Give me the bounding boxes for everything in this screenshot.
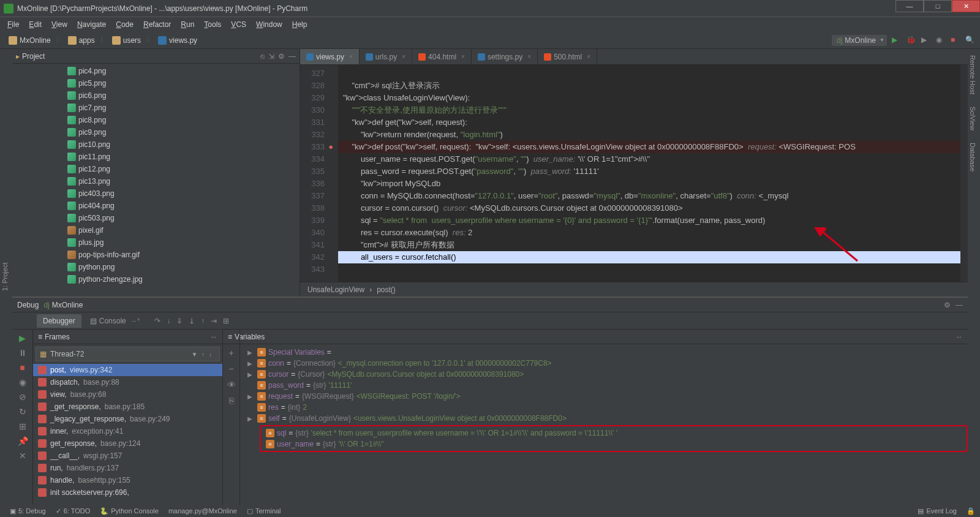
window-minimize[interactable]: — bbox=[895, 0, 924, 12]
close-icon[interactable]: × bbox=[349, 53, 353, 60]
editor-body[interactable]: 3273283293303313323333343353363373383393… bbox=[300, 65, 968, 282]
tool-sciview[interactable]: SciView bbox=[968, 100, 980, 137]
nav-mxonline[interactable]: MxOnline bbox=[5, 36, 55, 45]
frame-list[interactable]: post, views.py:342dispatch, base.py:88vi… bbox=[33, 364, 222, 505]
coverage-icon[interactable]: ▶ bbox=[921, 36, 931, 45]
variable-request[interactable]: ▶≡ request = {WSGIRequest} <WSGIRequest:… bbox=[245, 391, 968, 402]
rerun-icon[interactable]: ↻ bbox=[18, 407, 28, 417]
project-tree[interactable]: pic4.pngpic5.pngpic6.pngpic7.pngpic8.png… bbox=[12, 64, 300, 296]
hide-icon[interactable]: — bbox=[956, 301, 963, 309]
file-pixel.gif[interactable]: pixel.gif bbox=[12, 224, 300, 236]
step-out-icon[interactable]: ↑ bbox=[201, 317, 205, 325]
window-maximize[interactable]: □ bbox=[924, 0, 952, 12]
gear-icon[interactable]: ⚙ bbox=[944, 301, 951, 309]
debug-icon[interactable]: 🐞 bbox=[907, 36, 916, 45]
collapse-icon[interactable]: ⇲ bbox=[268, 52, 274, 61]
tab-500.html[interactable]: 500.html× bbox=[538, 49, 597, 64]
frame-item[interactable]: post, views.py:342 bbox=[33, 364, 222, 376]
close-icon[interactable]: × bbox=[587, 53, 590, 60]
file-pic4.png[interactable]: pic4.png bbox=[12, 65, 300, 77]
tool-project[interactable]: 1: Project bbox=[0, 49, 10, 505]
menu-run[interactable]: Run bbox=[176, 19, 199, 30]
file-pic12.png[interactable]: pic12.png bbox=[12, 163, 300, 175]
frame-item[interactable]: get_response, base.py:124 bbox=[33, 437, 222, 450]
file-pic9.png[interactable]: pic9.png bbox=[12, 126, 300, 138]
hide-icon[interactable]: — bbox=[288, 52, 296, 61]
code-area[interactable]: "cmt"># sql注入登录演示 "kw">class UnsafeLogin… bbox=[338, 65, 960, 282]
step-over-icon[interactable]: ↷ bbox=[154, 317, 160, 325]
file-python.png[interactable]: python.png bbox=[12, 261, 300, 273]
stop-icon[interactable]: ■ bbox=[951, 36, 960, 45]
file-pic6.png[interactable]: pic6.png bbox=[12, 89, 300, 102]
tab-urls.py[interactable]: urls.py× bbox=[360, 49, 412, 64]
status-lock-icon[interactable]: 🔒 bbox=[967, 507, 975, 515]
frame-item[interactable]: handle, basehttp.py:155 bbox=[33, 474, 222, 486]
close-icon[interactable]: × bbox=[527, 53, 531, 60]
frame-item[interactable]: dispatch, base.py:88 bbox=[33, 376, 222, 388]
nav-users[interactable]: users bbox=[108, 36, 145, 45]
minimap[interactable] bbox=[960, 65, 968, 282]
menu-navigate[interactable]: Navigate bbox=[72, 19, 111, 30]
menu-refactor[interactable]: Refactor bbox=[138, 19, 176, 30]
file-python-zhengze.jpg[interactable]: python-zhengze.jpg bbox=[12, 273, 300, 285]
run-to-cursor-icon[interactable]: ⇥ bbox=[211, 317, 217, 325]
add-watch-icon[interactable]: + bbox=[227, 348, 236, 358]
pin-icon[interactable]: 📌 bbox=[18, 436, 28, 446]
watches-icon[interactable]: 👁 bbox=[227, 380, 236, 390]
file-plus.jpg[interactable]: plus.jpg bbox=[12, 236, 300, 249]
close-icon[interactable]: × bbox=[402, 53, 405, 60]
tab-views.py[interactable]: views.py× bbox=[300, 49, 360, 64]
tab-404.html[interactable]: 404.html× bbox=[412, 49, 472, 64]
menu-file[interactable]: File bbox=[2, 19, 24, 30]
frame-item[interactable]: inner, exception.py:41 bbox=[33, 425, 222, 437]
copy-icon[interactable]: ⎘ bbox=[227, 396, 236, 406]
debugger-tab[interactable]: Debugger bbox=[37, 314, 81, 328]
menu-edit[interactable]: Edit bbox=[24, 19, 47, 30]
file-pic13.png[interactable]: pic13.png bbox=[12, 175, 300, 187]
tool-remotehost[interactable]: Remote Host bbox=[968, 49, 980, 100]
search-icon[interactable]: 🔍 bbox=[965, 36, 975, 45]
file-pic503.png[interactable]: pic503.png bbox=[12, 212, 300, 224]
variable-cursor[interactable]: ▶≡ cursor = {Cursor} <MySQLdb.cursors.Cu… bbox=[245, 369, 968, 380]
nav-apps[interactable]: apps bbox=[64, 36, 99, 45]
line-gutter[interactable]: 3273283293303313323333343353363373383393… bbox=[300, 65, 330, 282]
run-config-selector[interactable]: dj MxOnline bbox=[832, 35, 887, 46]
profile-icon[interactable]: ◉ bbox=[936, 36, 946, 45]
variable-user_name[interactable]: ≡ user_name = {str} '\\' OR 1=1#\\'' bbox=[263, 439, 964, 450]
frame-item[interactable]: run, handlers.py:137 bbox=[33, 462, 222, 474]
view-breakpoints-icon[interactable]: ◉ bbox=[18, 377, 28, 387]
force-step-icon[interactable]: ⤓ bbox=[189, 317, 195, 325]
status-debug[interactable]: ▣ 5: Debug bbox=[5, 507, 51, 515]
tab-settings.py[interactable]: settings.py× bbox=[472, 49, 538, 64]
variable-pass_word[interactable]: ≡ pass_word = {str} '11111' bbox=[245, 380, 968, 391]
file-pic8.png[interactable]: pic8.png bbox=[12, 114, 300, 126]
step-into-icon[interactable]: ↓ bbox=[167, 317, 170, 325]
console-tab[interactable]: ▤ Console →* bbox=[84, 314, 146, 328]
breadcrumb-class[interactable]: UnsafeLoginView bbox=[307, 285, 364, 294]
stop-icon[interactable]: ■ bbox=[18, 363, 28, 372]
resume-icon[interactable]: ▶ bbox=[18, 333, 28, 343]
restore-icon[interactable]: ↔ bbox=[956, 333, 963, 341]
status-python-console[interactable]: 🐍 Python Console bbox=[95, 507, 164, 515]
frame-item[interactable]: _legacy_get_response, base.py:249 bbox=[33, 413, 222, 425]
status-event-log[interactable]: ▤ Event Log bbox=[913, 507, 962, 515]
pause-icon[interactable]: ⏸ bbox=[18, 348, 28, 358]
file-pic5.png[interactable]: pic5.png bbox=[12, 77, 300, 89]
run-icon[interactable]: ▶ bbox=[892, 36, 902, 45]
menu-help[interactable]: Help bbox=[287, 19, 312, 30]
dropdown-icon[interactable]: ▼ bbox=[192, 351, 198, 358]
file-pic404.png[interactable]: pic404.png bbox=[12, 200, 300, 212]
step-into-my-icon[interactable]: ⇓ bbox=[176, 317, 183, 325]
file-pic7.png[interactable]: pic7.png bbox=[12, 102, 300, 114]
status-manage[interactable]: manage.py@MxOnline bbox=[164, 507, 242, 515]
restore-icon[interactable]: ↔ bbox=[210, 333, 217, 341]
variable-conn[interactable]: ▶≡ conn = {Connection} <_mysql.connectio… bbox=[245, 358, 968, 369]
file-pop-tips-info-arr.gif[interactable]: pop-tips-info-arr.gif bbox=[12, 249, 300, 261]
variable-sql[interactable]: ≡ sql = {str} 'select * from users_userp… bbox=[263, 428, 964, 439]
thread-selector[interactable]: ▦ Thread-72 ▼ ↑ ↓ bbox=[36, 347, 220, 361]
mute-breakpoints-icon[interactable]: ⊘ bbox=[18, 392, 28, 402]
variable-res[interactable]: ≡ res = {int} 2 bbox=[245, 402, 968, 413]
window-close[interactable]: ✕ bbox=[952, 0, 980, 12]
nav-views.py[interactable]: views.py bbox=[154, 36, 201, 45]
next-frame-icon[interactable]: ↓ bbox=[209, 351, 212, 358]
